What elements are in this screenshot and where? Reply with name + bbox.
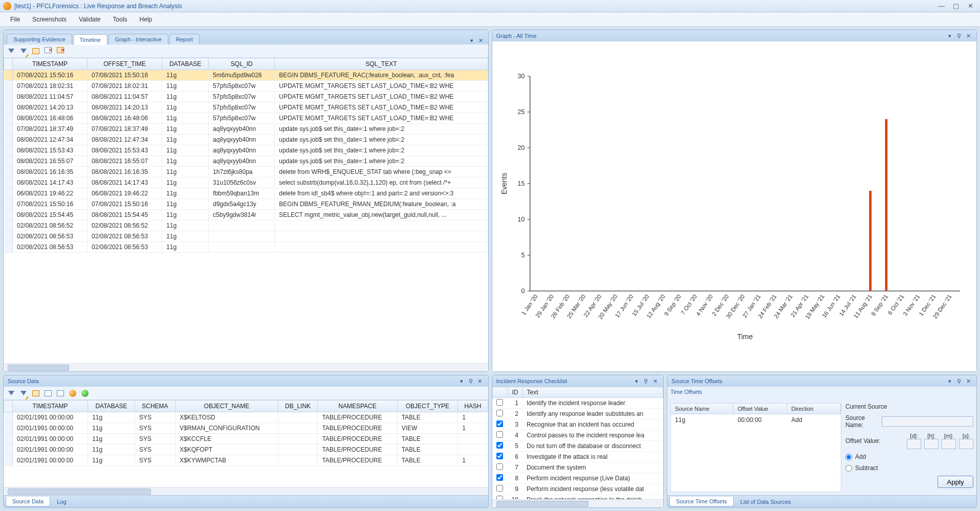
filter-icon[interactable] (7, 389, 16, 398)
timeline-hscroll[interactable] (4, 363, 488, 371)
tab-graph-interactive[interactable]: Graph - Interactive (108, 34, 168, 45)
tab-supporting-evidence[interactable]: Supporting Evidence (7, 34, 72, 45)
table-row[interactable]: 02/08/2021 08:56:5202/08/2021 08:56:5211… (4, 220, 488, 231)
panel-pin-icon[interactable]: ⚲ (955, 32, 963, 40)
checklist-checkbox[interactable] (496, 399, 503, 406)
grid-delete-icon[interactable]: × (56, 47, 65, 56)
table-row[interactable]: 07/08/2021 15:50:1607/08/2021 15:50:1611… (4, 199, 488, 210)
grid-view-icon[interactable] (31, 47, 40, 56)
menu-screenshots[interactable]: Screenshots (26, 14, 73, 25)
btab-list-of-data-sources[interactable]: List of Data Sources (734, 497, 798, 507)
col-database[interactable]: DATABASE (162, 58, 209, 70)
table-row[interactable]: 02/01/1991 00:00:0011gSYSX$KQFOPTTABLE/P… (4, 445, 488, 455)
menu-help[interactable]: Help (134, 14, 159, 25)
grid-compact-icon[interactable] (56, 389, 65, 398)
checklist-checkbox[interactable] (496, 442, 503, 449)
tab-report[interactable]: Report (169, 34, 200, 45)
col-db_link[interactable]: DB_LINK (278, 401, 318, 412)
table-row[interactable]: 08/08/2021 16:48:0608/08/2021 16:48:0611… (4, 113, 488, 124)
grid-view-icon[interactable] (31, 389, 40, 398)
table-row[interactable]: 08/08/2021 14:17:4308/08/2021 14:17:4311… (4, 177, 488, 188)
table-row[interactable]: 02/08/2021 08:56:5302/08/2021 08:56:5311… (4, 231, 488, 242)
table-row[interactable]: 08/08/2021 14:20:1308/08/2021 14:20:1311… (4, 102, 488, 113)
table-row[interactable]: 08/08/2021 15:53:4308/08/2021 15:53:4311… (4, 145, 488, 156)
checklist-grid[interactable]: IDText1Identify the incident response le… (492, 387, 664, 499)
record-icon[interactable] (68, 389, 77, 398)
checklist-checkbox[interactable] (496, 463, 503, 470)
table-row[interactable]: 08/08/2021 12:47:3408/08/2021 12:47:3411… (4, 135, 488, 145)
offset-s-input[interactable] (959, 439, 973, 449)
grid-blue-icon[interactable] (43, 389, 53, 398)
offsets-row[interactable]: 11g 00:00:00 Add (671, 414, 841, 426)
tab-timeline[interactable]: Timeline (73, 34, 107, 45)
checklist-row[interactable]: 2Identify any response leader substitute… (492, 409, 663, 419)
col-sql_text[interactable]: SQL_TEXT (275, 58, 488, 70)
checklist-checkbox[interactable] (496, 496, 503, 499)
panel-close-icon[interactable]: ✕ (651, 377, 659, 385)
checklist-checkbox[interactable] (496, 453, 503, 459)
panel-close-icon[interactable]: ✕ (964, 32, 972, 40)
checklist-row[interactable]: 5Do not turn off the database or disconn… (492, 441, 663, 452)
col-timestamp[interactable]: TIMESTAMP (13, 58, 88, 70)
timeline-grid[interactable]: TIMESTAMPOFFSET_TIMEDATABASESQL_IDSQL_TE… (4, 58, 488, 363)
table-row[interactable]: 08/08/2021 16:55:0708/08/2021 16:55:0711… (4, 156, 488, 167)
menu-tools[interactable]: Tools (107, 14, 134, 25)
panel-close-icon[interactable]: ✕ (964, 377, 972, 385)
source-hscroll[interactable] (4, 487, 488, 495)
col-sql_id[interactable]: SQL_ID (209, 58, 275, 70)
panel-pin-icon[interactable]: ⚲ (642, 377, 650, 385)
play-icon[interactable] (80, 389, 90, 398)
maximize-button[interactable]: ▢ (949, 2, 963, 11)
checklist-hscroll[interactable] (492, 499, 664, 507)
checklist-row[interactable]: 6Investigate if the attack is real (492, 452, 663, 462)
panel-dropdown-icon[interactable]: ▾ (458, 377, 466, 385)
panel-dropdown-icon[interactable]: ▾ (946, 32, 954, 40)
table-row[interactable]: 02/01/1991 00:00:0011gSYSV$RMAN_CONFIGUR… (4, 423, 488, 434)
table-row[interactable]: 07/08/2021 15:50:1607/08/2021 15:50:1611… (4, 70, 488, 81)
menu-file[interactable]: File (4, 14, 26, 25)
panel-dropdown-icon[interactable]: ▾ (633, 377, 641, 385)
checklist-checkbox[interactable] (496, 485, 503, 492)
checklist-row[interactable]: 3Recognise that an incident has occured (492, 419, 663, 430)
offset-m-input[interactable] (942, 439, 956, 449)
table-row[interactable]: 08/08/2021 15:54:4508/08/2021 15:54:4511… (4, 210, 488, 220)
checklist-checkbox[interactable] (496, 420, 503, 427)
table-row[interactable]: 07/08/2021 18:37:4907/08/2021 18:37:4911… (4, 124, 488, 135)
grid-remove-icon[interactable]: × (43, 47, 53, 56)
checklist-row[interactable]: 4Control passes to the incident response… (492, 430, 663, 441)
col-object_name[interactable]: OBJECT_NAME (175, 401, 278, 412)
source-grid[interactable]: TIMESTAMPDATABASESCHEMAOBJECT_NAMEDB_LIN… (4, 400, 488, 487)
close-button[interactable]: ✕ (964, 2, 977, 11)
table-row[interactable]: 02/08/2021 08:56:5302/08/2021 08:56:5311… (4, 242, 488, 253)
btab-source-time-offsets[interactable]: Source Time Offsets (669, 497, 733, 506)
table-row[interactable]: 07/08/2021 18:02:3107/08/2021 18:02:3111… (4, 81, 488, 92)
table-row[interactable]: 06/08/2021 19:46:2206/08/2021 19:46:2211… (4, 188, 488, 199)
offset-d-input[interactable] (907, 439, 921, 449)
col-offset_time[interactable]: OFFSET_TIME (88, 58, 162, 70)
panel-dropdown-icon[interactable]: ▾ (468, 36, 476, 45)
table-row[interactable]: 02/01/1991 00:00:0011gSYSX$KELTOSDTABLE/… (4, 412, 488, 423)
panel-pin-icon[interactable]: ⚲ (955, 377, 963, 385)
checklist-checkbox[interactable] (496, 431, 503, 438)
checklist-row[interactable]: 7Document the system (492, 462, 663, 473)
panel-pin-icon[interactable]: ⚲ (467, 377, 475, 385)
minimize-button[interactable]: — (935, 2, 948, 11)
offset-h-input[interactable] (924, 439, 939, 449)
panel-dropdown-icon[interactable]: ▾ (946, 377, 954, 385)
btab-source-data[interactable]: Source Data (6, 497, 50, 506)
source-name-input[interactable] (882, 416, 973, 427)
btab-log[interactable]: Log (50, 497, 73, 507)
filter-edit-icon[interactable] (19, 47, 28, 56)
panel-close-icon[interactable]: ✕ (476, 377, 484, 385)
col-namespace[interactable]: NAMESPACE (318, 401, 397, 412)
checklist-row[interactable]: 8Perform incident response (Live Data) (492, 473, 663, 484)
filter-icon[interactable] (7, 47, 16, 56)
col-hash[interactable]: HASH (458, 401, 488, 412)
panel-close-icon[interactable]: ✕ (477, 36, 485, 45)
checklist-checkbox[interactable] (496, 474, 503, 481)
checklist-row[interactable]: 9Perform incident response (less volatil… (492, 484, 663, 495)
table-row[interactable]: 02/01/1991 00:00:0011gSYSX$KYWMPCTABTABL… (4, 455, 488, 466)
col-schema[interactable]: SCHEMA (135, 401, 175, 412)
col-object_type[interactable]: OBJECT_TYPE (397, 401, 458, 412)
checklist-row[interactable]: 1Identify the incident response leader (492, 398, 663, 409)
